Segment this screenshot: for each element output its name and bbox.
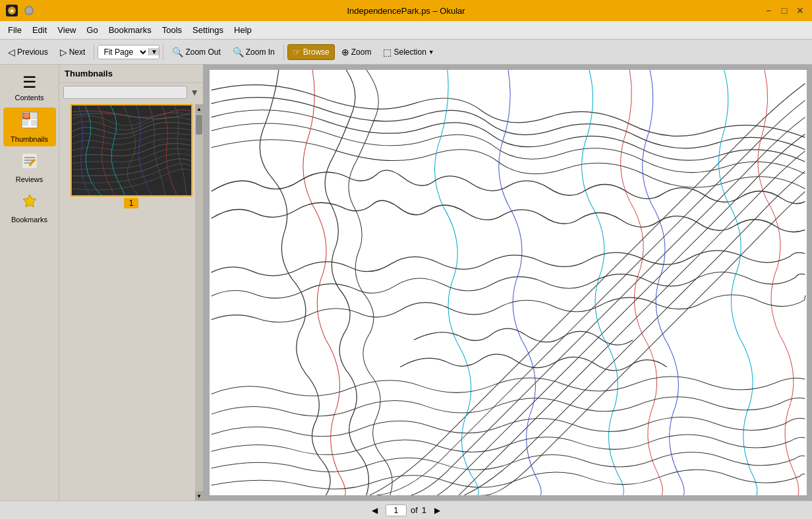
separator-2 [163,44,163,60]
toolbar: ◁ Previous ▷ Next Fit Page Fit Width 25%… [0,40,812,65]
document-canvas [210,70,807,495]
menu-settings[interactable]: Settings [187,24,229,36]
window-title: IndependencePark.ps – Okular [347,6,465,16]
document-area [204,65,812,501]
scroll-down-arrow[interactable]: ▼ [195,491,203,501]
panel-scrollbar: ▲ ▼ [195,104,203,501]
svg-rect-10 [31,113,37,119]
thumbnail-image-1 [71,104,192,197]
svg-marker-18 [23,195,36,207]
browse-button[interactable]: ☞ Browse [287,44,335,60]
maximize-button[interactable]: □ [778,4,791,17]
sidebar: ☰ Contents Thumbnails [0,65,59,501]
zoom-in-button[interactable]: 🔍 Zoom In [227,44,280,60]
reviews-label: Reviews [16,175,44,183]
titlebar-controls: − □ ✕ [762,4,807,17]
panel-search-input[interactable] [63,86,187,99]
separator-3 [283,44,284,60]
app-icon [5,4,18,17]
previous-label: Previous [17,47,48,57]
svg-rect-12 [31,120,37,126]
contents-icon: ☰ [22,73,37,92]
menu-tools[interactable]: Tools [157,24,187,36]
menubar: File Edit View Go Bookmarks Tools Settin… [0,21,812,40]
thumbnail-label-1: 1 [124,198,139,208]
contents-label: Contents [14,94,44,102]
sidebar-item-contents[interactable]: ☰ Contents [3,70,56,105]
zoom-in-icon: 🔍 [233,47,244,57]
reviews-icon [21,152,38,173]
zoom-tool-icon: ⊕ [341,47,349,57]
selection-dropdown-arrow[interactable]: ▼ [428,49,434,55]
svg-point-17 [29,164,32,166]
menu-edit[interactable]: Edit [27,24,52,36]
separator-1 [94,44,94,60]
zoom-tool-label: Zoom [351,47,372,57]
titlebar-left [5,4,36,17]
next-icon: ▷ [60,47,67,57]
zoom-out-icon: 🔍 [172,47,183,57]
fit-page-select[interactable]: Fit Page Fit Width 25% 50% 75% 100% 150%… [98,46,148,59]
selection-icon: ⬚ [383,47,392,57]
zoom-in-label: Zoom In [246,47,275,57]
menu-help[interactable]: Help [229,24,257,36]
menu-view[interactable]: View [52,24,81,36]
next-label: Next [69,47,86,57]
zoom-out-label: Zoom Out [185,47,220,57]
browse-icon: ☞ [293,47,301,57]
next-page-button[interactable]: ▶ [430,504,444,517]
scroll-thumb[interactable] [196,115,202,135]
prev-page-button[interactable]: ◀ [368,504,382,517]
svg-point-8 [23,113,30,118]
thumbnails-icon [20,111,39,133]
bottom-navigation-bar: ◀ of 1 ▶ [0,501,812,519]
selection-label: Selection [393,47,426,57]
thumbnail-grid: 1 [59,102,203,501]
menu-file[interactable]: File [3,24,27,36]
fit-page-dropdown-arrow[interactable]: ▼ [148,48,159,55]
thumbnails-label: Thumbnails [11,135,48,143]
secondary-icon [22,4,36,17]
sidebar-item-reviews[interactable]: Reviews [3,149,56,187]
panel: Thumbnails ▼ [59,65,204,501]
selection-button[interactable]: ⬚ Selection ▼ [378,44,439,60]
bookmarks-icon [21,193,38,214]
scroll-up-arrow[interactable]: ▲ [195,104,203,113]
sidebar-item-bookmarks[interactable]: Bookmarks [3,189,56,227]
browse-label: Browse [303,47,330,57]
svg-point-4 [26,7,32,14]
panel-title: Thumbnails [59,65,203,83]
sidebar-item-thumbnails[interactable]: Thumbnails [3,107,56,146]
fit-page-select-wrap[interactable]: Fit Page Fit Width 25% 50% 75% 100% 150%… [98,45,160,59]
svg-rect-11 [22,120,28,126]
titlebar: IndependencePark.ps – Okular − □ ✕ [0,0,812,21]
total-pages-label: 1 [422,505,426,515]
page-of-label: of [411,505,418,515]
thumbnail-item-1[interactable]: 1 [62,104,200,208]
zoom-tool-button[interactable]: ⊕ Zoom [336,44,377,60]
previous-button[interactable]: ◁ Previous [3,44,53,60]
next-button[interactable]: ▷ Next [55,44,91,60]
previous-icon: ◁ [8,47,15,57]
bookmarks-label: Bookmarks [11,216,47,224]
close-button[interactable]: ✕ [794,4,807,17]
main-area: ☰ Contents Thumbnails [0,65,812,501]
menu-bookmarks[interactable]: Bookmarks [103,24,157,36]
panel-filter-icon[interactable]: ▼ [190,87,199,98]
minimize-button[interactable]: − [762,4,775,17]
zoom-out-button[interactable]: 🔍 Zoom Out [167,44,225,60]
scroll-track [195,113,203,491]
panel-search: ▼ [59,83,203,102]
current-page-input[interactable] [386,504,407,516]
menu-go[interactable]: Go [81,24,103,36]
